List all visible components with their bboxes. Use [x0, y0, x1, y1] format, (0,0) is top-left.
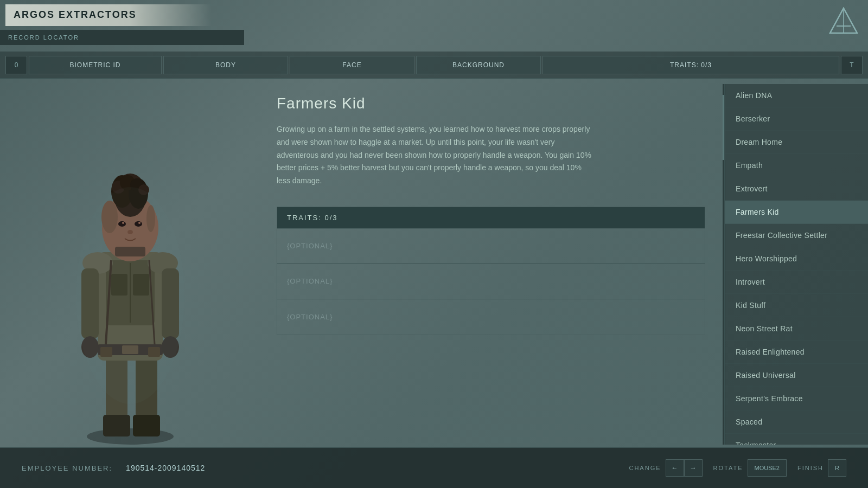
trait-slot-2[interactable]: {OPTIONAL} — [277, 264, 705, 299]
tab-biometric-id[interactable]: BIOMETRIC ID — [29, 56, 162, 74]
tab-t[interactable]: T — [841, 56, 863, 74]
character-figure — [27, 133, 233, 447]
tab-face[interactable]: FACE — [290, 56, 414, 74]
finish-key[interactable]: R — [828, 459, 846, 477]
character-portrait-area — [0, 79, 260, 447]
header-top: ARGOS EXTRACTORS — [0, 0, 868, 30]
footer-controls: CHANGE ← → ROTATE MOUSE2 FINISH — [629, 459, 846, 477]
trait-list-item-freestar-collective-settler[interactable]: Freestar Collective Settler — [725, 224, 868, 247]
trait-list-item-raised-universal[interactable]: Raised Universal — [725, 364, 868, 387]
trait-list-item-alien-dna[interactable]: Alien DNA — [725, 84, 868, 107]
company-name-box: ARGOS EXTRACTORS — [5, 4, 212, 26]
main-container: ARGOS EXTRACTORS RECORD LOCATOR 0 BIOMET… — [0, 0, 868, 488]
trait-slot-3[interactable]: {OPTIONAL} — [277, 299, 705, 335]
svg-point-42 — [76, 187, 184, 404]
change-label: CHANGE — [629, 465, 661, 471]
trait-list-item-neon-street-rat[interactable]: Neon Street Rat — [725, 317, 868, 341]
change-control-group: CHANGE ← → — [629, 459, 702, 477]
traits-section: TRAITS: 0/3 {OPTIONAL} {OPTIONAL} {OPTIO… — [277, 207, 705, 335]
rotate-control-group: ROTATE MOUSE2 — [713, 459, 787, 477]
record-locator-bar: RECORD LOCATOR — [0, 30, 244, 45]
trait-list-item-extrovert[interactable]: Extrovert — [725, 177, 868, 201]
trait-list-item-raised-enlightened[interactable]: Raised Enlightened — [725, 341, 868, 364]
trait-slot-1[interactable]: {OPTIONAL} — [277, 229, 705, 264]
trait-list-item-spaced[interactable]: Spaced — [725, 410, 868, 434]
trait-list-item-dream-home[interactable]: Dream Home — [725, 131, 868, 154]
character-svg — [27, 133, 233, 447]
ae-logo-icon — [829, 7, 859, 34]
trait-list-item-hero-worshipped[interactable]: Hero Worshipped — [725, 247, 868, 271]
svg-rect-7 — [133, 415, 160, 436]
trait-list-item-taskmaster[interactable]: Taskmaster — [725, 434, 868, 445]
tab-traits[interactable]: TRAITS: 0/3 — [542, 56, 839, 74]
background-title: Farmers Kid — [277, 95, 705, 112]
trait-list-item-empath[interactable]: Empath — [725, 154, 868, 177]
svg-rect-6 — [103, 415, 130, 436]
content-area: Farmers Kid Growing up on a farm in the … — [260, 84, 722, 445]
record-locator-text: RECORD LOCATOR — [8, 34, 79, 41]
change-right-button[interactable]: → — [684, 459, 703, 477]
company-name: ARGOS EXTRACTORS — [14, 9, 137, 21]
rotate-key: MOUSE2 — [748, 459, 787, 477]
finish-label: FINISH — [797, 465, 824, 471]
trait-list-item-kid-stuff[interactable]: Kid Stuff — [725, 294, 868, 317]
tab-zero[interactable]: 0 — [5, 56, 27, 74]
nav-tabs: 0 BIOMETRIC ID BODY FACE BACKGROUND TRAI… — [0, 52, 868, 79]
trait-list-item-farmers-kid[interactable]: Farmers Kid — [725, 201, 868, 224]
traits-sidebar[interactable]: Alien DNABerserkerDream HomeEmpathExtrov… — [724, 84, 868, 445]
ae-logo — [827, 5, 860, 35]
employee-label: EMPLOYEE NUMBER: — [22, 464, 112, 472]
trait-list-item-introvert[interactable]: Introvert — [725, 271, 868, 294]
footer: EMPLOYEE NUMBER: 190514-2009140512 CHANG… — [0, 447, 868, 488]
trait-list-item-berserker[interactable]: Berserker — [725, 107, 868, 131]
trait-list-item-serpents-embrace[interactable]: Serpent's Embrace — [725, 387, 868, 410]
tab-background[interactable]: BACKGROUND — [416, 56, 541, 74]
background-description: Growing up on a farm in the settled syst… — [277, 123, 591, 188]
header: ARGOS EXTRACTORS RECORD LOCATOR — [0, 0, 868, 52]
rotate-label: ROTATE — [713, 465, 743, 471]
finish-control-group: FINISH R — [797, 459, 846, 477]
change-btn-group: ← → — [666, 459, 703, 477]
employee-number: 190514-2009140512 — [126, 464, 205, 472]
tab-body[interactable]: BODY — [163, 56, 288, 74]
traits-header: TRAITS: 0/3 — [277, 207, 705, 229]
change-left-button[interactable]: ← — [666, 459, 684, 477]
